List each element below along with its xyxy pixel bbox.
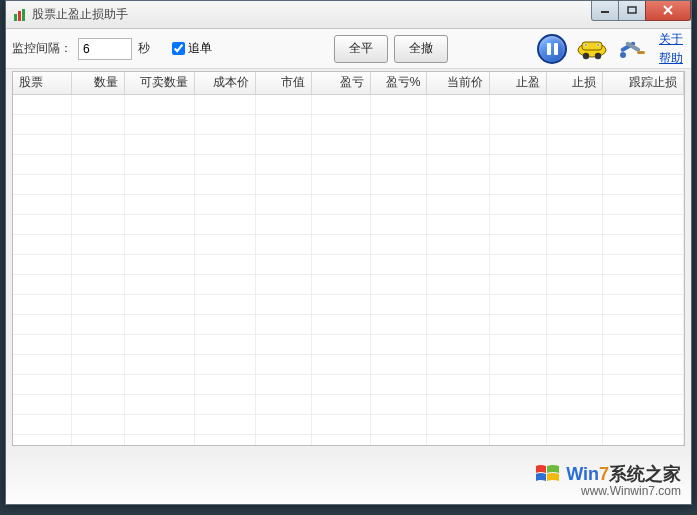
table-row (13, 314, 684, 334)
svg-rect-1 (18, 11, 21, 21)
interval-label: 监控间隔： (12, 40, 72, 57)
table-row (13, 154, 684, 174)
pause-icon (537, 34, 567, 64)
chase-checkbox[interactable]: 追单 (172, 40, 212, 57)
table-row (13, 294, 684, 314)
minimize-button[interactable] (591, 1, 619, 21)
pause-button[interactable] (535, 32, 569, 66)
table-row (13, 394, 684, 414)
col-1[interactable]: 数量 (72, 72, 125, 94)
table-row (13, 254, 684, 274)
tools-icon (617, 35, 647, 63)
table-row (13, 274, 684, 294)
col-9[interactable]: 止损 (546, 72, 603, 94)
data-table: 股票数量可卖数量成本价市值盈亏盈亏%当前价止盈止损跟踪止损 (13, 72, 684, 446)
car-icon (575, 37, 609, 61)
footer-watermark: Win7系统之家 www.Winwin7.com (6, 452, 691, 504)
settings-button[interactable] (615, 32, 649, 66)
close-button[interactable] (645, 1, 691, 21)
help-link[interactable]: 帮助 (659, 50, 683, 67)
col-7[interactable]: 当前价 (427, 72, 490, 94)
col-0[interactable]: 股票 (13, 72, 72, 94)
table-row (13, 434, 684, 446)
table-row (13, 354, 684, 374)
window-controls (592, 1, 691, 21)
col-2[interactable]: 可卖数量 (124, 72, 195, 94)
car-button[interactable] (575, 32, 609, 66)
app-icon (12, 7, 28, 23)
svg-rect-4 (628, 7, 636, 13)
chase-checkbox-input[interactable] (172, 42, 185, 55)
table-row (13, 134, 684, 154)
brand-w: W (566, 464, 583, 484)
table-row (13, 194, 684, 214)
table-row (13, 114, 684, 134)
svg-point-17 (620, 52, 626, 58)
svg-point-13 (585, 44, 586, 45)
table-row (13, 374, 684, 394)
table-body (13, 94, 684, 446)
svg-rect-18 (637, 51, 645, 54)
brand: Win7系统之家 www.Winwin7.com (534, 462, 681, 498)
windows-flag-icon (534, 462, 562, 486)
svg-rect-0 (14, 14, 17, 21)
svg-point-14 (597, 44, 598, 45)
svg-point-9 (583, 52, 589, 58)
table-row (13, 214, 684, 234)
app-window: 股票止盈止损助手 监控间隔： 秒 追单 全平 全撤 (5, 0, 692, 505)
cancel-all-button[interactable]: 全撤 (394, 35, 448, 63)
col-10[interactable]: 跟踪止损 (603, 72, 684, 94)
interval-unit: 秒 (138, 40, 150, 57)
help-links: 关于 帮助 (659, 31, 683, 67)
chase-label: 追单 (188, 40, 212, 57)
col-5[interactable]: 盈亏 (312, 72, 371, 94)
flat-all-button[interactable]: 全平 (334, 35, 388, 63)
brand-num: 7 (599, 464, 609, 484)
about-link[interactable]: 关于 (659, 31, 683, 48)
brand-zh: 系统之家 (609, 464, 681, 484)
table-row (13, 174, 684, 194)
table-row (13, 414, 684, 434)
maximize-button[interactable] (618, 1, 646, 21)
table-header-row: 股票数量可卖数量成本价市值盈亏盈亏%当前价止盈止损跟踪止损 (13, 72, 684, 94)
toolbar: 监控间隔： 秒 追单 全平 全撤 (6, 29, 691, 69)
table-row (13, 234, 684, 254)
table-row (13, 94, 684, 114)
table-row (13, 334, 684, 354)
interval-input[interactable] (78, 38, 132, 60)
window-title: 股票止盈止损助手 (32, 6, 592, 23)
titlebar: 股票止盈止损助手 (6, 1, 691, 29)
col-4[interactable]: 市值 (255, 72, 312, 94)
grid: 股票数量可卖数量成本价市值盈亏盈亏%当前价止盈止损跟踪止损 (12, 71, 685, 446)
col-6[interactable]: 盈亏% (370, 72, 427, 94)
brand-url: www.Winwin7.com (581, 484, 681, 498)
col-8[interactable]: 止盈 (490, 72, 547, 94)
svg-rect-2 (22, 9, 25, 21)
svg-point-10 (595, 52, 601, 58)
col-3[interactable]: 成本价 (195, 72, 256, 94)
